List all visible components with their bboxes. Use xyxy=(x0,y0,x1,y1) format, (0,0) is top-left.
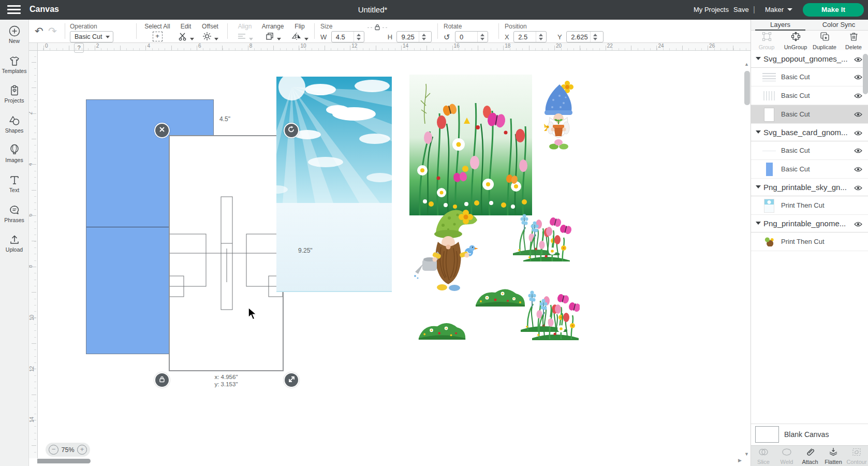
width-input[interactable]: 4.5 xyxy=(331,31,364,42)
sidebar-item-new[interactable]: New xyxy=(0,24,28,51)
group-button[interactable]: Group xyxy=(753,32,780,50)
size-lock-button[interactable] xyxy=(364,24,391,33)
eye-visibility-icon[interactable] xyxy=(854,220,862,229)
design-canvas[interactable]: 4.5" 9.25" x: 4.956" y: 3.153" − 75% + ▶… xyxy=(37,50,751,466)
sidebar-item-templates[interactable]: Templates xyxy=(0,54,28,81)
plus-circle-icon xyxy=(0,25,28,37)
align-button[interactable]: Align xyxy=(233,23,256,43)
edit-button[interactable]: Edit xyxy=(175,23,196,43)
weld-button[interactable]: Weld xyxy=(775,447,798,465)
tab-color-sync[interactable]: Color Sync xyxy=(810,21,868,28)
layer-group-row[interactable]: Svg_popout_gnomes_... xyxy=(751,50,868,68)
offset-icon xyxy=(202,32,212,41)
sidebar-item-shapes[interactable]: Shapes xyxy=(0,113,28,140)
lock-selection-handle[interactable] xyxy=(154,372,170,388)
blue-gnome-image[interactable] xyxy=(537,80,580,152)
collapse-caret-icon[interactable] xyxy=(756,185,761,188)
flatten-button[interactable]: Flatten xyxy=(822,447,845,465)
flip-button[interactable]: Flip xyxy=(289,23,310,43)
collapse-caret-icon[interactable] xyxy=(756,57,761,60)
arrange-button[interactable]: Arrange xyxy=(258,23,287,43)
rotate-input[interactable]: 0 xyxy=(455,31,488,42)
layer-group-row[interactable]: Png_printable_gnome... xyxy=(751,215,868,232)
zoom-out-button[interactable]: − xyxy=(49,445,58,455)
blank-canvas-row[interactable]: Blank Canvas xyxy=(751,424,868,445)
eye-visibility-icon[interactable] xyxy=(854,55,862,65)
layer-row[interactable]: Basic Cut xyxy=(751,105,868,124)
scroll-up-arrow-icon[interactable]: ▲ xyxy=(744,62,749,67)
ungroup-button[interactable]: UnGroup xyxy=(782,32,809,50)
document-title[interactable]: Untitled* xyxy=(331,5,414,14)
canvas-vertical-scrollbar[interactable] xyxy=(744,71,750,105)
machine-selector[interactable]: Maker xyxy=(765,6,792,13)
horizontal-ruler: 02468101214161820222426 xyxy=(28,42,751,51)
layer-row[interactable]: Basic Cut xyxy=(751,160,868,179)
layer-group-row[interactable]: Svg_base_card_gnom... xyxy=(751,124,868,141)
selected-popout-card[interactable] xyxy=(169,135,284,371)
flower-cluster-image[interactable] xyxy=(510,210,572,264)
flower-cluster-image[interactable] xyxy=(518,283,580,343)
green-gnome-image[interactable] xyxy=(409,199,487,296)
duplicate-button[interactable]: Duplicate xyxy=(811,32,838,50)
grass-mound-image[interactable] xyxy=(417,318,467,342)
contour-button[interactable]: Contour xyxy=(845,447,868,465)
layer-row[interactable]: Print Then Cut xyxy=(751,232,868,251)
ruler-number: 26 xyxy=(709,43,715,49)
eye-visibility-icon[interactable] xyxy=(854,184,862,193)
attach-button[interactable]: Attach xyxy=(799,447,821,465)
sidebar-item-projects[interactable]: Projects xyxy=(0,83,28,110)
my-projects-link[interactable]: My Projects xyxy=(694,6,729,13)
position-x-stepper[interactable] xyxy=(536,32,546,42)
slice-button[interactable]: Slice xyxy=(752,447,775,465)
eye-visibility-icon[interactable] xyxy=(854,110,862,120)
tab-layers[interactable]: Layers xyxy=(751,21,810,28)
offset-button[interactable]: Offset xyxy=(198,23,222,43)
collapse-caret-icon[interactable] xyxy=(756,222,761,225)
position-x-input[interactable]: 2.5 xyxy=(513,31,547,42)
select-all-button[interactable]: Select All + xyxy=(141,23,173,41)
eye-visibility-icon[interactable] xyxy=(854,92,862,101)
eye-visibility-icon[interactable] xyxy=(854,73,862,82)
height-input[interactable]: 9.25 xyxy=(396,31,432,42)
eye-visibility-icon[interactable] xyxy=(854,147,862,156)
sidebar-item-phrases[interactable]: Phrases xyxy=(0,203,28,230)
collapse-caret-icon[interactable] xyxy=(756,130,761,134)
position-y-input[interactable]: 2.625 xyxy=(566,31,604,42)
help-button[interactable]: ? xyxy=(74,43,84,53)
height-stepper[interactable] xyxy=(419,32,429,42)
scroll-down-arrow-icon[interactable]: ▼ xyxy=(744,452,749,457)
sidebar-item-upload[interactable]: Upload xyxy=(0,232,28,259)
layer-row[interactable]: Basic Cut xyxy=(751,141,868,160)
printable-sky-image[interactable] xyxy=(276,77,392,295)
printable-garden-image[interactable] xyxy=(409,75,532,217)
rotate-stepper[interactable] xyxy=(477,32,487,42)
sidebar-item-text[interactable]: Text xyxy=(0,173,28,200)
sidebar-item-images[interactable]: Images xyxy=(0,143,28,170)
save-link[interactable]: Save xyxy=(733,6,749,13)
layer-row[interactable]: Basic Cut xyxy=(751,86,868,105)
layer-row[interactable]: Print Then Cut xyxy=(751,196,868,215)
action-label: Weld xyxy=(775,459,798,465)
layer-group-row[interactable]: Png_printable_sky_gn... xyxy=(751,179,868,196)
zoom-in-button[interactable]: + xyxy=(77,445,87,455)
redo-button[interactable]: ↷ xyxy=(48,25,57,37)
delete-button[interactable]: Delete xyxy=(840,32,867,50)
delete-selection-handle[interactable] xyxy=(154,123,170,138)
width-stepper[interactable] xyxy=(354,32,363,42)
undo-button[interactable]: ↶ xyxy=(35,25,43,37)
make-it-button[interactable]: Make It xyxy=(803,3,864,17)
flip-icon xyxy=(291,32,302,41)
rotate-selection-handle[interactable] xyxy=(284,123,299,138)
hamburger-menu-icon[interactable] xyxy=(7,5,21,14)
layers-scrollbar[interactable] xyxy=(863,54,868,94)
operation-dropdown[interactable]: Basic Cut xyxy=(70,31,113,42)
eye-visibility-icon[interactable] xyxy=(854,129,862,138)
position-y-stepper[interactable] xyxy=(590,32,600,42)
resize-selection-handle[interactable] xyxy=(284,372,299,388)
scroll-right-arrow-icon[interactable]: ▶ xyxy=(738,458,742,463)
eye-visibility-icon[interactable] xyxy=(854,165,862,174)
canvas-horizontal-scrollbar[interactable] xyxy=(37,459,91,463)
arrange-layers-icon xyxy=(265,32,274,41)
layer-row[interactable]: Basic Cut xyxy=(751,68,868,86)
layer-thumbnail xyxy=(762,198,776,213)
